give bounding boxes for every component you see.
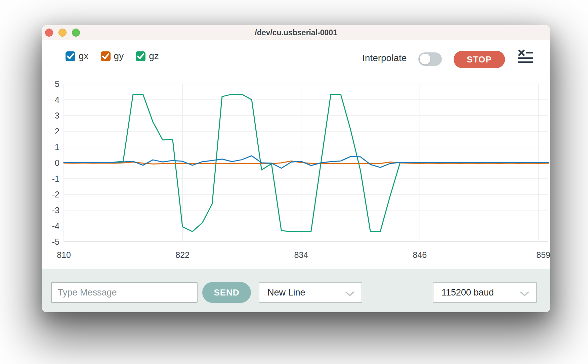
serial-plot-chart: 543210-1-2-3-4-5810822834846859 — [42, 40, 550, 269]
line-ending-select[interactable]: New Line — [259, 282, 362, 303]
close-button[interactable] — [45, 29, 53, 37]
svg-text:834: 834 — [294, 250, 308, 260]
svg-text:0: 0 — [55, 158, 59, 168]
minimize-button[interactable] — [58, 29, 67, 37]
zoom-button[interactable] — [72, 29, 80, 37]
baud-rate-select[interactable]: 115200 baud — [433, 282, 537, 303]
svg-text:822: 822 — [175, 250, 190, 260]
line-ending-value: New Line — [267, 287, 305, 298]
chevron-down-icon — [520, 291, 529, 296]
svg-text:-4: -4 — [52, 221, 59, 231]
baud-rate-value: 115200 baud — [442, 287, 494, 298]
svg-text:5: 5 — [55, 79, 59, 89]
send-button[interactable]: SEND — [202, 282, 251, 303]
svg-text:4: 4 — [55, 95, 59, 104]
svg-text:-5: -5 — [52, 237, 59, 246]
svg-text:3: 3 — [55, 111, 59, 120]
app-window: /dev/cu.usbserial-0001 gx gy — [42, 25, 550, 312]
svg-text:-2: -2 — [52, 190, 59, 199]
window-title: /dev/cu.usbserial-0001 — [255, 28, 337, 37]
svg-text:1: 1 — [55, 142, 59, 152]
svg-text:859: 859 — [536, 250, 550, 260]
bottom-bar: SEND New Line 115200 baud — [42, 269, 550, 312]
chevron-down-icon — [345, 291, 354, 296]
title-bar: /dev/cu.usbserial-0001 — [42, 25, 550, 40]
svg-text:-3: -3 — [52, 206, 59, 215]
svg-text:-1: -1 — [52, 174, 59, 183]
svg-text:846: 846 — [413, 250, 427, 260]
svg-text:810: 810 — [57, 250, 71, 260]
traffic-lights — [45, 29, 80, 37]
message-input[interactable] — [51, 282, 198, 303]
svg-text:2: 2 — [55, 127, 59, 136]
